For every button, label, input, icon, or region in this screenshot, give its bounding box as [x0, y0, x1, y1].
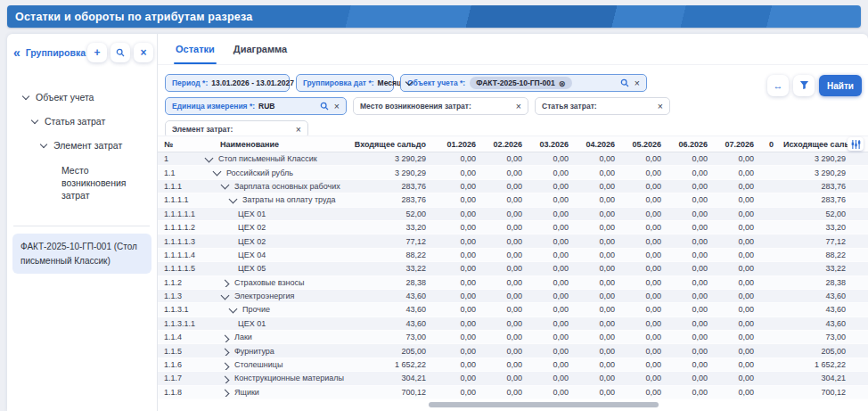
chevron-down-icon[interactable]	[205, 154, 214, 162]
month-value: 0,00	[529, 347, 576, 356]
month-value: 0,00	[715, 223, 761, 232]
chevron-down-icon[interactable]	[31, 117, 38, 124]
column-settings-button[interactable]	[848, 137, 864, 151]
clear-icon[interactable]: ×	[296, 125, 301, 135]
month-value: 0,00	[483, 251, 529, 259]
column-header[interactable]: 03.2026	[529, 140, 576, 149]
chevron-down-icon[interactable]	[221, 292, 230, 300]
grouping-sidebar: « Группировка + × Объект учетаСтатья зат…	[7, 34, 158, 411]
table-row[interactable]: 1.1.4Лаки73,000,000,000,000,000,000,000,…	[158, 331, 868, 344]
column-header[interactable]: 07.2026	[715, 140, 761, 149]
table-row[interactable]: 1Стол письменный Классик3 290,290,000,00…	[158, 152, 868, 166]
tab-diagramma[interactable]: Диаграмма	[232, 34, 289, 64]
scrollbar-thumb[interactable]	[429, 402, 659, 407]
chevron-right-icon[interactable]	[221, 349, 230, 356]
chevron-down-icon[interactable]	[229, 305, 238, 313]
table-row[interactable]: 1.1.5Фурнитура205,000,000,000,000,000,00…	[158, 344, 868, 358]
column-header[interactable]: 06.2026	[668, 140, 715, 149]
table-row[interactable]: 1.1.1Зарплата основных рабочих283,760,00…	[158, 180, 868, 193]
row-name: Стол письменный Классик	[218, 154, 317, 163]
table-row[interactable]: 1.1.2Страховые взносы28,380,000,000,000,…	[158, 276, 868, 290]
filter-button[interactable]	[793, 75, 815, 96]
clear-icon[interactable]: ×	[635, 78, 640, 88]
row-name-cell: Зарплата основных рабочих	[201, 182, 348, 191]
table-row[interactable]: 1.1.1.1.3ЦЕХ 0277,120,000,000,000,000,00…	[158, 234, 868, 248]
filter-chip[interactable]: Единица измерения *:RUB×	[165, 97, 347, 115]
column-header[interactable]: №	[158, 140, 201, 149]
chevron-down-icon[interactable]	[221, 182, 230, 190]
month-value: 0,00	[668, 169, 715, 177]
month-value: 0,00	[668, 210, 715, 218]
table-row[interactable]: 1.1.6Столешницы1 652,220,000,000,000,000…	[158, 358, 868, 372]
table-row[interactable]: 1.1.7Конструкционные материалы304,210,00…	[158, 372, 868, 385]
table-row[interactable]: 1.1.1.1.4ЦЕХ 0488,220,000,000,000,000,00…	[158, 249, 868, 262]
tag-remove-icon[interactable]: ⊗	[559, 78, 566, 88]
find-button[interactable]: Найти	[819, 75, 862, 96]
table-row[interactable]: 1.1.8Ящики700,120,000,000,000,000,000,00…	[158, 386, 868, 399]
clear-icon[interactable]: ×	[334, 102, 340, 111]
month-value: 0,00	[529, 305, 576, 314]
row-number: 1.1.4	[158, 333, 201, 341]
sidebar-tree-item[interactable]: Место возникновения затрат	[7, 164, 151, 202]
column-header[interactable]: 04.2026	[576, 140, 622, 149]
table-row[interactable]: 1.1Российский рубль3 290,290,000,000,000…	[158, 166, 868, 179]
expand-filters-button[interactable]: ↔	[767, 75, 789, 96]
row-name-cell: ЦЕХ 01	[201, 210, 348, 218]
table-row[interactable]: 1.1.1.1.5ЦЕХ 0533,220,000,000,000,000,00…	[158, 262, 868, 275]
chevron-down-icon[interactable]	[213, 169, 222, 177]
sidebar-buttons: + ×	[87, 43, 153, 62]
filter-chip[interactable]: Статья затрат:×	[535, 97, 670, 115]
table-row[interactable]: 1.1.3.1Прочие43,600,000,000,000,000,000,…	[158, 303, 868, 316]
clear-icon[interactable]: ×	[516, 102, 521, 111]
close-button[interactable]: ×	[134, 43, 153, 62]
filter-chip[interactable]: Место возникновения затрат:×	[353, 97, 528, 115]
table-row[interactable]: 1.1.3Электроэнергия43,600,000,000,000,00…	[158, 290, 868, 303]
column-header[interactable]: Наименование	[201, 140, 348, 149]
row-name: Фурнитура	[234, 347, 274, 356]
add-button[interactable]: +	[87, 43, 107, 62]
table-row[interactable]: 1.1.3.1.1ЦЕХ 0143,600,000,000,000,000,00…	[158, 317, 868, 331]
column-header[interactable]: 0	[761, 140, 783, 149]
table-row[interactable]: 1.1.1.1.2ЦЕХ 0233,200,000,000,000,000,00…	[158, 221, 868, 234]
chevron-down-icon[interactable]	[22, 93, 29, 100]
chevron-down-icon[interactable]	[40, 141, 47, 148]
row-name-cell: ЦЕХ 05	[201, 264, 348, 273]
chevron-right-icon[interactable]	[221, 334, 230, 341]
chevron-right-icon[interactable]	[221, 362, 230, 369]
selected-object-item[interactable]: ФАКТ-2025-10-ГП-001 (Стол письменный Кла…	[12, 234, 151, 274]
row-name: ЦЕХ 02	[238, 223, 266, 232]
month-value: 0,00	[576, 305, 622, 314]
filter-tag[interactable]: ФАКТ-2025-10-ГП-001⊗	[470, 77, 572, 89]
chevron-right-icon[interactable]	[221, 390, 230, 397]
chevron-down-icon[interactable]	[229, 195, 238, 203]
filter-chip[interactable]: Группировка дат *:Месяц×	[296, 74, 394, 92]
sidebar-tree-item[interactable]: Элемент затрат	[7, 139, 151, 152]
column-header[interactable]: Входящее сальдо	[348, 140, 437, 149]
sidebar-tree-item[interactable]: Объект учета	[7, 91, 151, 103]
search-button[interactable]	[111, 43, 130, 62]
search-icon[interactable]	[620, 78, 629, 87]
row-name: Столешницы	[234, 360, 283, 369]
row-name-cell: Стол письменный Классик	[201, 154, 348, 163]
column-header[interactable]: 02.2026	[483, 140, 529, 149]
month-value: 0,00	[529, 292, 576, 300]
chevron-right-icon[interactable]	[221, 280, 230, 287]
filter-chip[interactable]: Объект учета *:ФАКТ-2025-10-ГП-001⊗×	[400, 74, 647, 92]
column-header[interactable]: 01.2026	[437, 140, 483, 149]
search-icon[interactable]	[320, 102, 329, 111]
filter-chip[interactable]: Период *:13.01.2026 - 13.01.2027×	[165, 74, 290, 92]
filter-row: Период *:13.01.2026 - 13.01.2027×Группир…	[165, 74, 780, 92]
horizontal-scrollbar[interactable]	[158, 402, 868, 408]
table-row[interactable]: 1.1.1.1Затраты на оплату труда283,760,00…	[158, 193, 868, 207]
closing-balance: 3 290,29	[783, 169, 868, 177]
column-header[interactable]: 05.2026	[622, 140, 668, 149]
month-value: 0,00	[668, 333, 715, 341]
clear-icon[interactable]: ×	[658, 102, 663, 111]
month-value: 0,00	[668, 319, 715, 328]
table-row[interactable]: 1.1.1.1.1ЦЕХ 0152,000,000,000,000,000,00…	[158, 208, 868, 221]
collapse-sidebar-icon[interactable]: «	[13, 46, 20, 59]
month-value: 0,00	[576, 195, 622, 204]
chevron-right-icon[interactable]	[221, 375, 230, 382]
tab-ostatki[interactable]: Остатки	[174, 34, 217, 64]
sidebar-tree-item[interactable]: Статья затрат	[7, 115, 151, 127]
